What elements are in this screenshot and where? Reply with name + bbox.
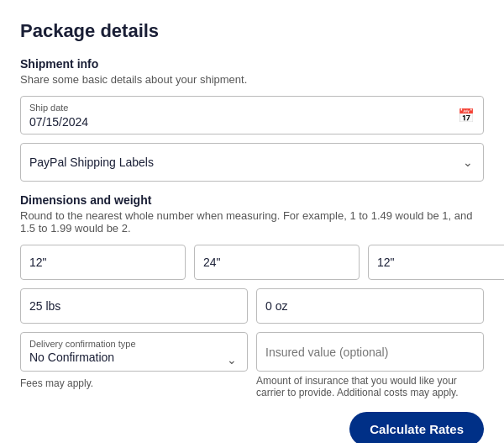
fees-note-text: Fees may apply. [20, 377, 93, 389]
ship-date-label: Ship date [29, 103, 68, 113]
delivery-confirmation-label: Delivery confirmation type [21, 333, 247, 349]
button-row: Calculate Rates [20, 412, 484, 443]
confirmation-insured-row: Delivery confirmation type No Confirmati… [20, 332, 484, 372]
delivery-confirmation-wrapper: Delivery confirmation type No Confirmati… [20, 332, 248, 372]
delivery-select-container[interactable]: Delivery confirmation type No Confirmati… [20, 332, 248, 372]
insurance-note: Amount of insurance that you would like … [256, 375, 484, 398]
weight-inputs-row [20, 288, 484, 324]
notes-row: Fees may apply. Amount of insurance that… [20, 375, 484, 398]
carrier-select-wrapper[interactable]: PayPal Shipping Labels ⌄ [20, 143, 484, 182]
ship-date-input[interactable] [21, 97, 483, 134]
calculate-rates-button[interactable]: Calculate Rates [349, 412, 484, 443]
calendar-icon: 📅 [458, 108, 475, 124]
shipment-info-desc: Share some basic details about your ship… [20, 73, 484, 86]
width-input[interactable] [194, 245, 360, 280]
dimensions-desc: Round to the nearest whole number when m… [20, 209, 484, 235]
ship-date-field[interactable]: Ship date 📅 [20, 96, 484, 134]
carrier-select[interactable]: PayPal Shipping Labels [21, 144, 483, 181]
fees-note: Fees may apply. [20, 375, 248, 398]
weight-lbs-input[interactable] [20, 288, 248, 324]
dimensions-label: Dimensions and weight [20, 193, 484, 207]
dimension-inputs-row [20, 245, 484, 280]
height-input[interactable] [368, 245, 504, 280]
insured-value-wrapper [256, 332, 484, 372]
length-input[interactable] [20, 245, 186, 280]
insured-value-input[interactable] [256, 332, 484, 372]
shipment-info-label: Shipment info [20, 57, 484, 71]
page-title: Package details [20, 20, 484, 42]
weight-oz-input[interactable] [256, 288, 484, 324]
delivery-confirmation-select[interactable]: No ConfirmationDelivery ConfirmationSign… [21, 349, 247, 371]
